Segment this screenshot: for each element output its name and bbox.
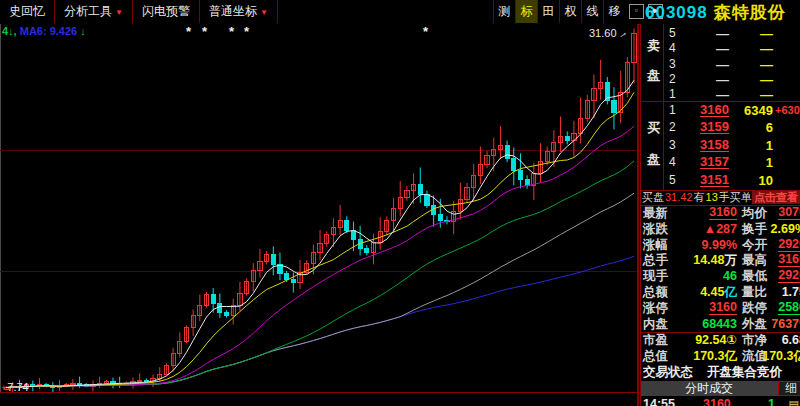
tab-detail[interactable]: 细 xyxy=(778,381,800,396)
toolbar-menu-group: 史回忆分析工具▼闪电预警普通坐标▼ xyxy=(0,0,278,17)
sell-volume: — xyxy=(760,87,773,102)
stat-label: 市净 xyxy=(742,333,767,349)
trade-price: 3160 xyxy=(703,397,731,406)
buy-level: 1 xyxy=(669,103,676,118)
stat-label: 总额 xyxy=(643,285,668,301)
stat-value: 170.3亿 xyxy=(762,349,800,365)
sell-volume: — xyxy=(760,72,773,87)
stat-label: 总手 xyxy=(643,253,668,269)
stat-value: 46 xyxy=(723,269,737,285)
buy-row[interactable]: 231596 xyxy=(641,120,800,135)
buy-row[interactable]: 431571 xyxy=(641,155,800,170)
sell-row[interactable]: 3—— xyxy=(641,57,800,72)
stat-label: 最高 xyxy=(742,253,767,269)
stat-row: 涨跌▲287换手2.69% xyxy=(641,222,800,238)
buy-row[interactable]: 5315110 xyxy=(641,173,800,188)
menu-coordinate-mode-label: 普通坐标 xyxy=(209,4,257,18)
tool-move[interactable]: 移 xyxy=(603,0,625,23)
tool-grid[interactable]: 田 xyxy=(537,0,559,23)
stat-value: 2586 xyxy=(778,301,800,315)
sell-level: 5 xyxy=(669,26,676,41)
event-star-icon: * xyxy=(229,25,234,38)
sell-volume: — xyxy=(760,26,773,41)
stat-value: 9.99% xyxy=(702,238,737,254)
buy-volume: 1 xyxy=(766,155,773,170)
down-arrow-icon: ↓ xyxy=(80,25,86,37)
buy-row[interactable]: 131606349+6303 xyxy=(641,103,800,118)
stat-label: 均价 xyxy=(742,206,767,222)
trade-time: 14:55 xyxy=(643,397,675,406)
trading-app-window: 史回忆分析工具▼闪电预警普通坐标▼ 测标田权线移▫▶ 603098森特股份 4↓… xyxy=(0,0,800,406)
stat-value-suffix: 万 xyxy=(725,253,738,267)
sell-row[interactable]: 4—— xyxy=(641,41,800,56)
menu-history-recall[interactable]: 史回忆 xyxy=(0,0,55,23)
notice-price: 31.42 xyxy=(665,191,693,203)
menu-analysis-tools-label: 分析工具 xyxy=(64,4,112,18)
tool-line[interactable]: 线 xyxy=(581,0,603,23)
low-price-label: +7.74 xyxy=(1,381,29,393)
sell-price: — xyxy=(716,41,729,56)
stat-row: 最新3160均价3070 xyxy=(641,206,800,222)
toolbar-tools-group: 测标田权线移▫▶ xyxy=(493,0,663,23)
tool-rights[interactable]: 权 xyxy=(559,0,581,23)
tick-trade-row: 14:55 3160 1 ▤ xyxy=(641,397,800,406)
stat-value: 3160 xyxy=(709,301,737,315)
sell-row[interactable]: 1—— xyxy=(641,87,800,102)
high-price-value: 31.60 xyxy=(589,27,617,39)
stat-row: 总值170.3亿流值170.3亿 xyxy=(641,349,800,365)
buy-price: 3158 xyxy=(700,138,729,152)
stock-code: 603098 xyxy=(645,3,708,22)
event-star-icon: * xyxy=(202,25,207,38)
trading-status-value: 开盘集合竞价 xyxy=(707,364,782,380)
sell-row[interactable]: 2—— xyxy=(641,72,800,87)
tab-tick-trades[interactable]: 分时成交 xyxy=(641,381,777,396)
quote-panel: 卖盘买盘5——4——3——2——1——131606349+63032315963… xyxy=(640,24,800,406)
menu-coordinate-mode[interactable]: 普通坐标▼ xyxy=(200,0,278,23)
dropdown-arrow-icon[interactable]: ▼ xyxy=(260,8,268,17)
stock-title: 603098森特股份 xyxy=(645,1,786,24)
candlestick-chart-canvas[interactable] xyxy=(0,24,639,406)
stat-label: 最低 xyxy=(742,269,767,285)
tool-measure[interactable]: 测 xyxy=(493,0,515,23)
buy-row[interactable]: 331581 xyxy=(641,138,800,153)
window-minimize-button[interactable]: ▫ xyxy=(629,4,644,19)
stat-label: 涨停 xyxy=(643,301,668,317)
buy-volume: 6 xyxy=(766,120,773,135)
view-details-button[interactable]: 点击查看 xyxy=(752,191,800,204)
notice-suffix: 手买单! xyxy=(719,191,755,203)
event-star-icon: * xyxy=(244,25,249,38)
stat-label: 市盈 xyxy=(643,333,668,349)
stat-label: 跌停 xyxy=(742,301,767,317)
sell-price: — xyxy=(716,72,729,87)
menu-history-recall-label: 史回忆 xyxy=(9,4,45,18)
stat-row: 总手14.48万最高3160 xyxy=(641,253,800,269)
stat-value: 68443 xyxy=(702,317,737,333)
stat-row: 现手46最低2920 xyxy=(641,269,800,285)
stat-value: 3070 xyxy=(778,206,800,220)
menu-flash-alert[interactable]: 闪电预警 xyxy=(133,0,200,23)
notice-mid: 有 xyxy=(694,191,705,203)
buy-level: 3 xyxy=(669,138,676,153)
tool-mark[interactable]: 标 xyxy=(515,0,537,23)
stat-value: ▲287 xyxy=(704,222,737,238)
notice-count: 13 xyxy=(706,191,718,203)
sell-level: 3 xyxy=(669,57,676,72)
buy-price: 3151 xyxy=(700,173,729,187)
dropdown-arrow-icon[interactable]: ▼ xyxy=(115,8,123,17)
candlestick-chart-pane[interactable]: 4↓, MA6: 9.426 ↓ ***** 31.60→ +7.74 xyxy=(0,24,639,406)
low-price-value: 7.74 xyxy=(7,381,28,393)
large-order-notice: 买盘31.42有13手买单! 点击查看 xyxy=(641,191,800,204)
menu-flash-alert-label: 闪电预警 xyxy=(142,4,190,18)
sell-level: 1 xyxy=(669,87,676,102)
quote-stats: 最新3160均价3070涨跌▲287换手2.69%涨幅9.99%今开2920总手… xyxy=(641,206,800,365)
notice-prefix: 买盘 xyxy=(642,191,664,203)
buy-price: 3157 xyxy=(700,155,729,169)
stat-label: 现手 xyxy=(643,269,668,285)
sell-price: — xyxy=(716,57,729,72)
sell-row[interactable]: 5—— xyxy=(641,26,800,41)
menu-analysis-tools[interactable]: 分析工具▼ xyxy=(55,0,133,23)
sell-level: 2 xyxy=(669,72,676,87)
stat-label: 今开 xyxy=(742,238,767,254)
sell-volume: — xyxy=(760,41,773,56)
trade-volume: 1 xyxy=(768,397,775,406)
